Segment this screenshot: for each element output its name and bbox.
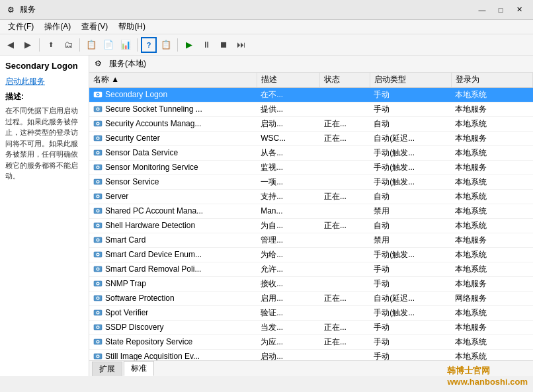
col-status[interactable]: 状态: [320, 73, 370, 87]
tab-expand[interactable]: 扩展: [92, 362, 122, 376]
toolbar-separator-4: [177, 38, 178, 52]
toolbar-btn-5[interactable]: 📋: [158, 37, 174, 53]
table-row[interactable]: SSDP Discovery当发...正在...手动本地服务: [89, 320, 533, 334]
service-name-cell: SNMP Trap: [89, 276, 257, 291]
table-row[interactable]: Shared PC Account Mana...Man...禁用本地系统: [89, 204, 533, 218]
table-row[interactable]: Security CenterWSC...正在...自动(延迟...本地服务: [89, 131, 533, 145]
tab-standard[interactable]: 标准: [124, 361, 154, 376]
service-desc-cell: 管理...: [257, 233, 320, 247]
table-row[interactable]: State Repository Service为应...正在...手动本地系统: [89, 334, 533, 349]
close-button[interactable]: ✕: [511, 3, 528, 17]
service-starttype-cell: 手动: [370, 276, 451, 291]
service-starttype-cell: 手动(触发...: [370, 305, 451, 320]
menu-action[interactable]: 操作(A): [39, 20, 76, 34]
service-logon-cell: 本地系统: [451, 218, 532, 233]
svg-point-8: [97, 123, 99, 124]
svg-point-38: [97, 268, 99, 270]
service-starttype-cell: 自动: [370, 116, 451, 131]
service-starttype-cell: 禁用: [370, 204, 451, 218]
service-starttype-cell: 手动: [370, 87, 451, 102]
service-status-cell: [320, 204, 370, 218]
service-starttype-cell: 手动(触发...: [370, 175, 451, 189]
table-row[interactable]: Secure Socket Tunneling ...提供...手动本地服务: [89, 102, 533, 116]
service-desc-cell: 为给...: [257, 247, 320, 262]
table-row[interactable]: Sensor Monitoring Service监视...手动(触发...本地…: [89, 160, 533, 175]
service-desc-cell: 当发...: [257, 320, 320, 334]
col-starttype[interactable]: 启动类型: [370, 73, 451, 87]
forward-button[interactable]: ▶: [20, 37, 36, 53]
svg-point-11: [97, 137, 99, 139]
pause-service-button[interactable]: ⏸: [198, 37, 214, 53]
service-status-cell: 正在...: [320, 334, 370, 349]
table-row[interactable]: Server支持...正在...自动本地系统: [89, 189, 533, 204]
service-name-cell: State Repository Service: [89, 334, 257, 349]
back-button[interactable]: ◀: [3, 37, 19, 53]
service-logon-cell: 本地系统: [451, 175, 532, 189]
col-name[interactable]: 名称 ▲: [89, 73, 257, 87]
show-hide-button[interactable]: 📋: [83, 37, 99, 53]
menu-help[interactable]: 帮助(H): [113, 20, 151, 34]
up-button[interactable]: ⬆: [43, 37, 59, 53]
col-desc[interactable]: 描述: [257, 73, 320, 87]
table-row[interactable]: Smart Card管理...禁用本地服务: [89, 233, 533, 247]
service-status-cell: [320, 145, 370, 160]
folders-button[interactable]: 🗂: [60, 37, 76, 53]
col-logon[interactable]: 登录为: [451, 73, 532, 87]
service-name-cell: Security Accounts Manag...: [89, 116, 257, 131]
service-logon-cell: 本地系统: [451, 334, 532, 349]
service-desc-cell: 允许...: [257, 262, 320, 276]
toolbar-separator-3: [137, 38, 138, 52]
service-desc-cell: 启动...: [257, 116, 320, 131]
service-desc-cell: 接收...: [257, 276, 320, 291]
table-row[interactable]: Sensor Data Service从各...手动(触发...本地系统: [89, 145, 533, 160]
service-logon-cell: 本地系统: [451, 145, 532, 160]
table-row[interactable]: Shell Hardware Detection为自...正在...自动本地系统: [89, 218, 533, 233]
svg-point-5: [97, 108, 99, 110]
maximize-button[interactable]: □: [492, 3, 509, 17]
start-service-button[interactable]: ▶: [181, 37, 197, 53]
service-logon-cell: 本地服务: [451, 320, 532, 334]
service-status-cell: 正在...: [320, 131, 370, 145]
service-starttype-cell: 手动(触发...: [370, 145, 451, 160]
help-icon-button[interactable]: ?: [141, 37, 157, 53]
service-name-cell: Software Protection: [89, 291, 257, 305]
title-bar: ⚙ 服务 — □ ✕: [0, 0, 533, 20]
toolbar-btn-2[interactable]: 📄: [101, 37, 116, 53]
service-desc-cell: 支持...: [257, 189, 320, 204]
services-table-container[interactable]: 名称 ▲ 描述 状态 启动类型 登录为 Secondary Logon在不...…: [89, 73, 533, 360]
table-row[interactable]: Smart Card Device Enum...为给...手动(触发...本地…: [89, 247, 533, 262]
title-bar-text: 服务: [20, 4, 473, 15]
service-name-cell: Shell Hardware Detection: [89, 218, 257, 233]
menu-file[interactable]: 文件(F): [3, 20, 39, 34]
service-name-cell: Smart Card: [89, 233, 257, 247]
service-desc-cell: 从各...: [257, 145, 320, 160]
table-row[interactable]: Security Accounts Manag...启动...正在...自动本地…: [89, 116, 533, 131]
restart-service-button[interactable]: ⏭: [233, 37, 249, 53]
window-controls: — □ ✕: [473, 3, 528, 17]
toolbar-separator-2: [79, 38, 80, 52]
service-logon-cell: 本地系统: [451, 189, 532, 204]
table-row[interactable]: Smart Card Removal Poli...允许...手动本地系统: [89, 262, 533, 276]
service-logon-cell: 本地服务: [451, 233, 532, 247]
service-logon-cell: 本地系统: [451, 305, 532, 320]
start-service-link[interactable]: 启动此服务: [5, 76, 83, 87]
stop-service-button[interactable]: ⏹: [216, 37, 231, 53]
service-logon-cell: 本地系统: [451, 262, 532, 276]
minimize-button[interactable]: —: [473, 3, 491, 17]
table-row[interactable]: Secondary Logon在不...手动本地系统: [89, 87, 533, 102]
table-row[interactable]: Spot Verifier验证...手动(触发...本地系统: [89, 305, 533, 320]
service-logon-cell: 本地服务: [451, 276, 532, 291]
menu-view[interactable]: 查看(V): [76, 20, 113, 34]
service-name-cell: Smart Card Device Enum...: [89, 247, 257, 262]
table-row[interactable]: Software Protection启用...正在...自动(延迟...网络服…: [89, 291, 533, 305]
service-name-cell: Sensor Service: [89, 175, 257, 189]
svg-point-50: [97, 327, 99, 328]
service-name-cell: Shared PC Account Mana...: [89, 204, 257, 218]
service-desc-cell: 在不...: [257, 87, 320, 102]
service-logon-cell: 本地系统: [451, 349, 532, 360]
service-desc-cell: 一项...: [257, 175, 320, 189]
table-row[interactable]: Still Image Acquisition Ev...启动...手动本地系统: [89, 349, 533, 360]
table-row[interactable]: SNMP Trap接收...手动本地服务: [89, 276, 533, 291]
toolbar-btn-3[interactable]: 📊: [118, 37, 134, 53]
table-row[interactable]: Sensor Service一项...手动(触发...本地系统: [89, 175, 533, 189]
